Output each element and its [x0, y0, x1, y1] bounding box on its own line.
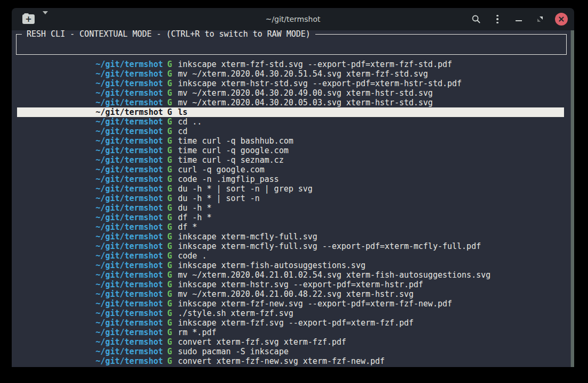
row-path: ~/git/termshot [17, 347, 163, 356]
history-row[interactable]: ~/git/termshot G inkscape xterm-mcfly-fu… [17, 232, 564, 242]
titlebar-left: + [12, 14, 48, 24]
minimize-icon [516, 20, 522, 21]
row-path: ~/git/termshot [17, 69, 163, 79]
row-command: ls [178, 107, 564, 117]
row-path: ~/git/termshot [17, 242, 163, 251]
chevron-down-icon [43, 11, 48, 24]
row-git-flag: G [163, 69, 178, 79]
history-row[interactable]: ~/git/termshot G sudo pacman -S inkscape [17, 347, 564, 356]
row-path: ~/git/termshot [17, 251, 163, 261]
row-path: ~/git/termshot [17, 79, 163, 88]
search-button[interactable] [470, 13, 483, 26]
row-path: ~/git/termshot [17, 222, 163, 232]
row-command: time curl -q bashhub.com [178, 136, 564, 146]
history-row[interactable]: ~/git/termshot G mv ~/xterm.2020.04.30.2… [17, 98, 564, 107]
row-command: inkscape xterm-mcfly-full.svg [178, 232, 564, 242]
close-button[interactable] [555, 13, 568, 26]
row-command: rm *.pdf [178, 328, 564, 337]
restore-button[interactable] [534, 13, 546, 26]
minimize-button[interactable] [512, 13, 525, 26]
search-icon [471, 14, 481, 24]
history-row[interactable]: ~/git/termshot G mv ~/xterm.2020.04.30.2… [17, 88, 564, 98]
row-git-flag: G [163, 184, 178, 194]
titlebar: + ~/git/termshot [12, 8, 574, 30]
history-row[interactable]: ~/git/termshot G code . [17, 251, 564, 261]
history-row[interactable]: ~/git/termshot G rm *.pdf [17, 328, 564, 337]
resh-search-input[interactable] [18, 41, 565, 52]
history-row[interactable]: ~/git/termshot G ./style.sh xterm-fzf.sv… [17, 309, 564, 318]
restore-icon [537, 16, 543, 22]
row-git-flag: G [163, 60, 178, 69]
row-path: ~/git/termshot [17, 136, 163, 146]
row-path: ~/git/termshot [17, 309, 163, 318]
row-git-flag: G [163, 194, 178, 203]
row-git-flag: G [163, 79, 178, 88]
history-row[interactable]: ~/git/termshot G code -n .imgflip_pass [17, 174, 564, 184]
history-row[interactable]: ~/git/termshot G mv ~/xterm.2020.04.21.0… [17, 289, 564, 299]
history-row[interactable]: ~/git/termshot G cd [17, 127, 564, 136]
row-git-flag: G [163, 213, 178, 222]
history-row[interactable]: ~/git/termshot G time curl -q seznam.cz [17, 155, 564, 165]
history-row[interactable]: ~/git/termshot G du -h * | sort -n [17, 194, 564, 203]
row-path: ~/git/termshot [17, 299, 163, 309]
row-command: ./style.sh xterm-fzf.svg [178, 309, 564, 318]
row-git-flag: G [163, 88, 178, 98]
titlebar-right [470, 13, 574, 26]
history-row[interactable]: ~/git/termshot G inkscape xterm-fzf-std.… [17, 60, 564, 69]
row-command: mv ~/xterm.2020.04.21.00.48.22.svg xterm… [178, 289, 564, 299]
row-git-flag: G [163, 242, 178, 251]
history-row[interactable]: ~/git/termshot G mv ~/xterm.2020.04.30.2… [17, 69, 564, 79]
row-path: ~/git/termshot [17, 60, 163, 69]
row-git-flag: G [163, 117, 178, 127]
row-git-flag: G [163, 107, 178, 117]
row-path: ~/git/termshot [17, 289, 163, 299]
row-command: mv ~/xterm.2020.04.30.20.49.00.svg xterm… [178, 88, 564, 98]
row-git-flag: G [163, 165, 178, 174]
row-command: convert xterm-fzf-new.svg xterm-fzf-new.… [178, 356, 564, 366]
row-command: sudo pacman -S inkscape [178, 347, 564, 356]
history-row[interactable]: ~/git/termshot G curl -q google.com [17, 165, 564, 174]
history-row[interactable]: ~/git/termshot G inkscape xterm-hstr.svg… [17, 280, 564, 289]
row-path: ~/git/termshot [17, 203, 163, 213]
history-row[interactable]: ~/git/termshot G convert xterm-fzf-new.s… [17, 356, 564, 366]
row-command: inkscape xterm-fzf-std.svg --export-pdf=… [178, 60, 564, 69]
history-row[interactable]: ~/git/termshot G mv ~/xterm.2020.04.21.0… [17, 270, 564, 280]
history-row[interactable]: ~/git/termshot G du -h * [17, 203, 564, 213]
history-row[interactable]: ~/git/termshot G inkscape xterm-fzf-new.… [17, 299, 564, 309]
row-git-flag: G [163, 280, 178, 289]
row-git-flag: G [163, 127, 178, 136]
row-path: ~/git/termshot [17, 280, 163, 289]
row-path: ~/git/termshot [17, 184, 163, 194]
history-row[interactable]: ~/git/termshot G ls [17, 107, 564, 117]
history-row[interactable]: ~/git/termshot G du -h * | sort -n | gre… [17, 184, 564, 194]
row-path: ~/git/termshot [17, 146, 163, 155]
row-command: time curl -q google.com [178, 146, 564, 155]
row-git-flag: G [163, 232, 178, 242]
tabs-dropdown-button[interactable] [43, 14, 48, 24]
row-command: du -h * | sort -n [178, 194, 564, 203]
resh-header-box: RESH CLI - CONTEXTUAL MODE - (CTRL+R to … [16, 34, 567, 55]
close-icon [559, 16, 564, 22]
history-row[interactable]: ~/git/termshot G inkscape xterm-hstr-std… [17, 79, 564, 88]
history-row[interactable]: ~/git/termshot G time curl -q bashhub.co… [17, 136, 564, 146]
new-tab-button[interactable]: + [22, 14, 35, 24]
history-row[interactable]: ~/git/termshot G inkscape xterm-mcfly-fu… [17, 242, 564, 251]
row-path: ~/git/termshot [17, 117, 163, 127]
row-path: ~/git/termshot [17, 318, 163, 328]
row-path: ~/git/termshot [17, 88, 163, 98]
history-row[interactable]: ~/git/termshot G inkscape xterm-fzf.svg … [17, 318, 564, 328]
row-command: inkscape xterm-fzf-new.svg --export-pdf=… [178, 299, 564, 309]
row-command: code -n .imgflip_pass [178, 174, 564, 184]
history-row[interactable]: ~/git/termshot G cd .. [17, 117, 564, 127]
scrollbar[interactable] [570, 30, 574, 367]
history-row[interactable]: ~/git/termshot G df -h * [17, 213, 564, 222]
history-row[interactable]: ~/git/termshot G time curl -q google.com [17, 146, 564, 155]
history-row[interactable]: ~/git/termshot G inkscape xterm-fish-aut… [17, 261, 564, 270]
terminal-window: + ~/git/termshot [12, 8, 574, 367]
history-row[interactable]: ~/git/termshot G df * [17, 222, 564, 232]
history-row[interactable]: ~/git/termshot G convert xterm-fzf.svg x… [17, 337, 564, 347]
row-path: ~/git/termshot [17, 98, 163, 107]
row-path: ~/git/termshot [17, 107, 163, 117]
row-command: convert xterm-fzf.svg xterm-fzf.pdf [178, 337, 564, 347]
menu-button[interactable] [491, 13, 504, 26]
